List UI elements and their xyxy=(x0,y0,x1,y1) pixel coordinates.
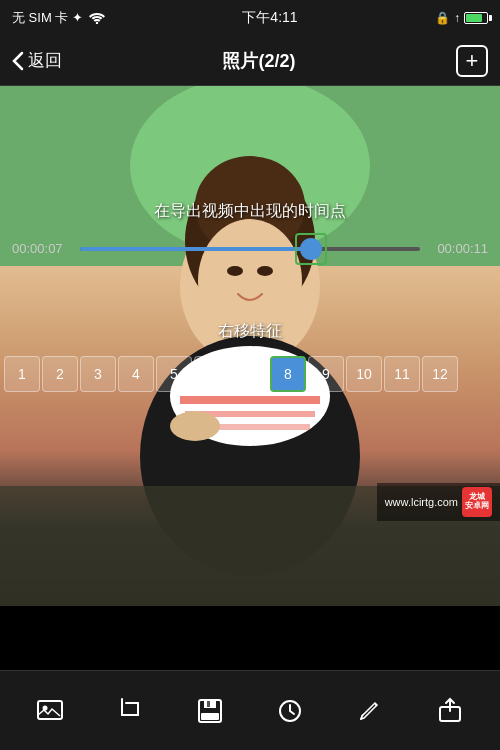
save-tool-icon xyxy=(195,696,225,726)
time-tool-button[interactable] xyxy=(267,690,313,732)
slider-thumb-box xyxy=(295,233,327,265)
back-button[interactable]: 返回 xyxy=(12,49,62,72)
time-end-label: 00:00:11 xyxy=(428,241,488,256)
photo-background: 在导出视频中出现的时间点 00:00:07 00:00:11 右移特征 1234… xyxy=(0,86,500,606)
image-tool-icon xyxy=(35,696,65,726)
time-tool-icon xyxy=(275,696,305,726)
watermark-logo-text: 龙城安卓网 xyxy=(465,493,489,511)
time-start-label: 00:00:07 xyxy=(12,241,72,256)
watermark-text: www.lcirtg.com xyxy=(385,496,458,508)
wifi-icon xyxy=(89,12,105,24)
bottom-toolbar xyxy=(0,670,500,750)
number-cell-6[interactable]: 6 xyxy=(194,356,230,392)
number-strip: 123456789101112 xyxy=(4,356,458,392)
save-tool-button[interactable] xyxy=(187,690,233,732)
crop-icon xyxy=(116,697,144,725)
pen-tool-button[interactable] xyxy=(347,690,393,732)
crop-tool-button[interactable] xyxy=(107,690,153,732)
main-image-area: 在导出视频中出现的时间点 00:00:07 00:00:11 右移特征 1234… xyxy=(0,86,500,606)
export-tool-icon xyxy=(435,696,465,726)
number-cell-4[interactable]: 4 xyxy=(118,356,154,392)
status-bar: 无 SIM 卡 ✦ 下午4:11 🔒 ↑ xyxy=(0,0,500,36)
svg-rect-21 xyxy=(207,701,210,707)
number-strip-container: 123456789101112 xyxy=(0,356,500,392)
slider-thumb-container[interactable] xyxy=(295,233,327,265)
svg-rect-17 xyxy=(38,701,62,719)
pen-tool-icon xyxy=(355,696,385,726)
slider-track[interactable] xyxy=(80,247,420,251)
nav-title: 照片(2/2) xyxy=(222,49,295,73)
number-cell-1[interactable]: 1 xyxy=(4,356,40,392)
number-cell-5[interactable]: 5 xyxy=(156,356,192,392)
watermark: www.lcirtg.com 龙城安卓网 xyxy=(377,483,500,521)
slider-thumb xyxy=(300,238,322,260)
svg-point-15 xyxy=(170,411,220,441)
number-cell-7[interactable]: 7 xyxy=(232,356,268,392)
watermark-logo: 龙城安卓网 xyxy=(462,487,492,517)
number-cell-10[interactable]: 10 xyxy=(346,356,382,392)
status-left: 无 SIM 卡 ✦ xyxy=(12,9,105,27)
svg-point-7 xyxy=(227,266,243,276)
lock-icon: 🔒 xyxy=(435,11,450,25)
signal-icon: ↑ xyxy=(454,11,460,25)
slider-fill xyxy=(80,247,311,251)
number-cell-3[interactable]: 3 xyxy=(80,356,116,392)
save-icon xyxy=(196,697,224,725)
export-tool-button[interactable] xyxy=(427,690,473,732)
clock-icon xyxy=(276,697,304,725)
annotation-text-2: 右移特征 xyxy=(218,321,282,342)
sim-label: 无 SIM 卡 ✦ xyxy=(12,9,83,27)
svg-rect-22 xyxy=(201,713,219,720)
annotation-text-1: 在导出视频中出现的时间点 xyxy=(154,201,346,222)
number-cell-12[interactable]: 12 xyxy=(422,356,458,392)
svg-point-8 xyxy=(257,266,273,276)
back-label: 返回 xyxy=(28,49,62,72)
add-icon: + xyxy=(466,48,479,74)
add-button[interactable]: + xyxy=(456,45,488,77)
number-cell-11[interactable]: 11 xyxy=(384,356,420,392)
svg-rect-12 xyxy=(180,396,320,404)
svg-point-0 xyxy=(96,22,98,24)
crop-tool-icon xyxy=(115,696,145,726)
image-tool-button[interactable] xyxy=(27,690,73,732)
slider-row[interactable]: 00:00:07 00:00:11 xyxy=(0,241,500,256)
pen-icon xyxy=(356,697,384,725)
number-cell-8[interactable]: 8 xyxy=(270,356,306,392)
status-right: 🔒 ↑ xyxy=(435,11,488,25)
number-cell-9[interactable]: 9 xyxy=(308,356,344,392)
portrait-svg xyxy=(0,86,500,606)
image-icon xyxy=(36,697,64,725)
number-cell-2[interactable]: 2 xyxy=(42,356,78,392)
battery-fill xyxy=(466,14,482,22)
nav-bar: 返回 照片(2/2) + xyxy=(0,36,500,86)
status-time: 下午4:11 xyxy=(242,9,297,27)
battery-indicator xyxy=(464,12,488,24)
share-icon xyxy=(436,697,464,725)
chevron-left-icon xyxy=(12,51,24,71)
